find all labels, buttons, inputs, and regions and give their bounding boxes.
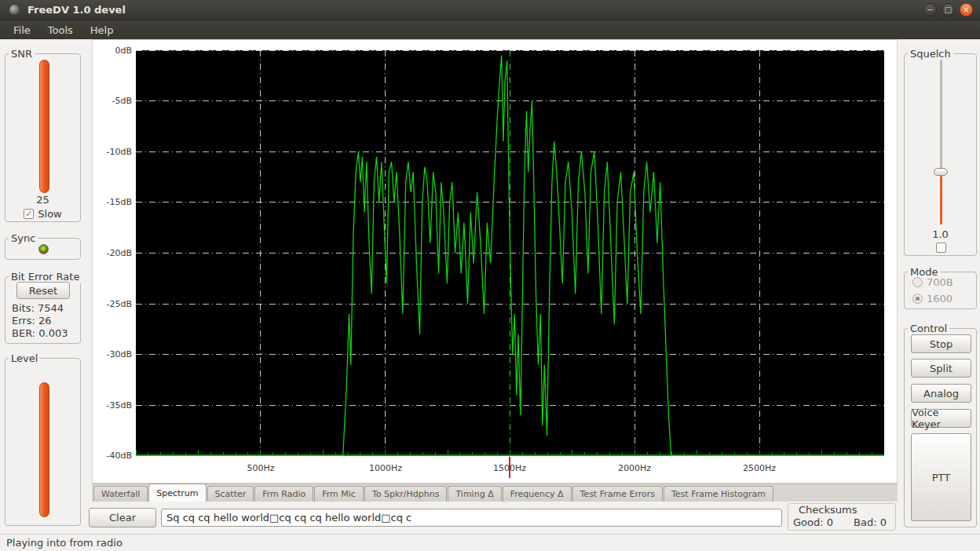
- squelch-value: 1.0: [905, 228, 976, 240]
- titlebar: FreeDV 1.0 devel − □ ×: [0, 0, 980, 20]
- window-title: FreeDV 1.0 devel: [27, 4, 126, 16]
- menubar: File Tools Help: [0, 20, 980, 39]
- y-tick-label: -20dB: [97, 248, 132, 258]
- x-tick-label: 2000Hz: [611, 463, 658, 473]
- radio-700b-icon: [912, 277, 923, 287]
- tab-frequency-delta[interactable]: Frequency Δ: [503, 486, 572, 502]
- mode-option-1600: 1600: [912, 293, 953, 305]
- control-group: Control Stop Split Analog Voice Keyer PT…: [904, 328, 977, 527]
- mode-option-700b: 700B: [912, 276, 953, 288]
- tab-frm-radio[interactable]: Frm Radio: [254, 486, 313, 502]
- received-text-input[interactable]: [161, 509, 782, 527]
- menu-tools[interactable]: Tools: [39, 22, 82, 38]
- y-tick-label: 0dB: [97, 46, 132, 56]
- errs-value: Errs: 26: [12, 315, 52, 327]
- clear-button[interactable]: Clear: [89, 508, 156, 527]
- close-icon[interactable]: ×: [960, 3, 973, 16]
- snr-value: 25: [5, 194, 80, 206]
- reset-button[interactable]: Reset: [16, 282, 70, 299]
- mode-700b-label: 700B: [927, 276, 953, 288]
- sync-led-icon: [38, 244, 49, 254]
- x-tick-label: 2500Hz: [736, 463, 783, 473]
- x-tick-label: 1000Hz: [362, 463, 409, 473]
- snr-group: SNR 25 ✓ Slow: [5, 53, 81, 222]
- squelch-group: Squelch 1.0: [904, 53, 977, 256]
- x-tick-label: 500Hz: [237, 463, 284, 473]
- y-tick-label: -30dB: [97, 349, 132, 359]
- squelch-slider-fill: [940, 176, 942, 224]
- window-controls: − □ ×: [923, 3, 980, 16]
- plot-tabs: Waterfall Spectrum Scatter Frm Radio Frm…: [92, 483, 898, 502]
- statusbar: Playing into from radio: [0, 534, 980, 551]
- tab-spectrum[interactable]: Spectrum: [148, 483, 206, 502]
- squelch-label: Squelch: [908, 47, 953, 60]
- sync-group: Sync: [5, 238, 81, 260]
- y-tick-label: -35dB: [97, 400, 132, 411]
- y-tick-label: -25dB: [97, 299, 132, 309]
- ptt-button[interactable]: PTT: [911, 433, 971, 521]
- freedv-window: FreeDV 1.0 devel − □ × File Tools Help S…: [0, 0, 980, 551]
- checksums-title: Checksums: [788, 504, 895, 516]
- y-tick-label: -10dB: [97, 147, 132, 157]
- checksums-values: Good: 0 Bad: 0: [788, 516, 895, 529]
- voice-keyer-button[interactable]: Voice Keyer: [911, 409, 971, 428]
- checksums-box: Checksums Good: 0 Bad: 0: [788, 503, 896, 531]
- sync-label: Sync: [9, 232, 38, 245]
- slow-checkbox-label: Slow: [38, 208, 61, 220]
- tab-scatter[interactable]: Scatter: [207, 486, 254, 502]
- control-label: Control: [908, 322, 949, 335]
- squelch-checkbox[interactable]: [936, 243, 946, 253]
- radio-1600-icon: [912, 294, 923, 304]
- center-frequency-marker[interactable]: [509, 457, 510, 478]
- spectrum-panel: 0dB -5dB -10dB -15dB -20dB -25dB -30dB -…: [92, 39, 898, 483]
- tab-to-spkr-hdphns[interactable]: To Spkr/Hdphns: [364, 486, 448, 502]
- menu-help[interactable]: Help: [82, 22, 122, 38]
- ber-group: Bit Error Rate Reset Bits: 7544 Errs: 26…: [5, 276, 81, 344]
- analog-button[interactable]: Analog: [911, 384, 971, 403]
- bits-value: Bits: 7544: [12, 302, 64, 314]
- mode-group: Mode 700B 1600: [904, 272, 977, 309]
- tab-test-frame-histogram[interactable]: Test Frame Histogram: [664, 486, 773, 502]
- app-icon: [9, 5, 20, 15]
- tab-timing-delta[interactable]: Timing Δ: [448, 486, 501, 502]
- ber-value: BER: 0.003: [12, 327, 68, 339]
- tab-test-frame-errors[interactable]: Test Frame Errors: [572, 486, 663, 502]
- snr-gauge[interactable]: [39, 60, 49, 193]
- y-tick-label: -5dB: [97, 96, 132, 106]
- spectrum-plot-area: [136, 50, 884, 456]
- slow-row: ✓ Slow: [5, 208, 80, 220]
- y-tick-label: -40dB: [97, 451, 132, 461]
- level-gauge[interactable]: [39, 382, 49, 517]
- squelch-slider-handle[interactable]: [934, 168, 948, 176]
- slow-checkbox[interactable]: ✓: [24, 209, 34, 219]
- checksums-good: Good: 0: [793, 516, 833, 529]
- tab-waterfall[interactable]: Waterfall: [93, 486, 148, 502]
- maximize-icon[interactable]: □: [942, 3, 955, 16]
- menu-file[interactable]: File: [5, 22, 39, 38]
- stop-button[interactable]: Stop: [911, 334, 971, 353]
- tab-frm-mic[interactable]: Frm Mic: [314, 486, 364, 502]
- minimize-icon[interactable]: −: [923, 3, 937, 16]
- checksums-bad: Bad: 0: [854, 516, 887, 529]
- split-button[interactable]: Split: [911, 359, 971, 378]
- level-group: Level: [5, 358, 81, 526]
- snr-label: SNR: [9, 47, 35, 60]
- level-label: Level: [9, 352, 40, 365]
- y-tick-label: -15dB: [97, 197, 132, 207]
- status-text: Playing into from radio: [0, 537, 122, 549]
- mode-1600-label: 1600: [927, 293, 953, 305]
- spectrum-trace: [136, 50, 884, 456]
